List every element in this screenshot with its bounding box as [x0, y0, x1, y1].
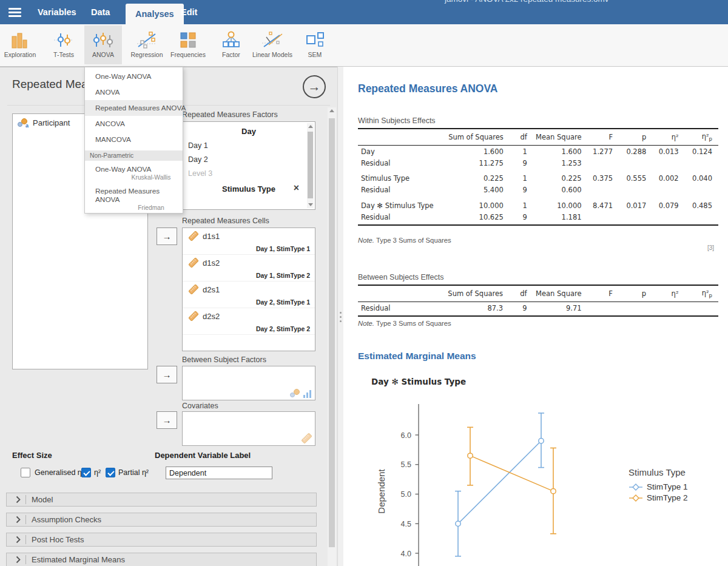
factor-name[interactable]: Stimulus Type × [183, 178, 315, 194]
rm-cell-item[interactable]: d2s2 Day 2, StimType 2 [183, 308, 315, 335]
tab-variables[interactable]: Variables [32, 0, 83, 24]
legend-entry: StimType 2 [629, 493, 688, 502]
results-panel: Repeated Measures ANOVA Within Subjects … [343, 67, 728, 566]
dependent-variable-input[interactable] [166, 467, 272, 479]
ribbon-frequencies-button[interactable]: Frequencies [169, 25, 207, 64]
section-model[interactable]: Model [6, 493, 317, 507]
checkbox-partial-eta-squared[interactable] [106, 468, 115, 477]
cell-assignment: Day 1, StimType 1 [256, 245, 310, 252]
ribbon-linear-models-button[interactable]: Linear Models [249, 25, 296, 64]
between-subjects-table: Sum of Squares df Mean Square F p η² η²p… [358, 285, 718, 317]
between-subjects-caption: Between Subjects Effects [358, 273, 444, 281]
factor-level[interactable]: Day 1 [183, 136, 315, 150]
legend-marker-icon [629, 483, 643, 491]
scroll-up-arrow[interactable] [329, 109, 334, 112]
rm-cells-label: Repeated Measures Cells [182, 217, 269, 225]
table-row: Day ✻ Stimulus Type10.000110.0008.4710.0… [358, 196, 718, 212]
regression-icon [127, 25, 166, 50]
ribbon-ttests-button[interactable]: T-Tests [44, 25, 83, 64]
menu-item-repeated-measures-anova-friedman[interactable]: Repeated Measures ANOVA Friedman [85, 186, 183, 213]
table-row: Residual87.399.71 [358, 302, 718, 316]
continuous-variable-icon [189, 285, 198, 294]
within-subjects-caption: Within Subjects Effects [358, 116, 436, 125]
scrollbar-thumb[interactable] [308, 132, 313, 198]
section-estimated-marginal-means[interactable]: Estimated Marginal Means [6, 553, 317, 566]
tab-edit[interactable]: Edit [175, 0, 203, 24]
rm-cell-item[interactable]: d2s1 Day 2, StimType 1 [183, 281, 315, 308]
section-assumption-checks[interactable]: Assumption Checks [6, 513, 317, 527]
results-title: Repeated Measures ANOVA [358, 83, 498, 95]
assign-between-arrow-button[interactable]: → [157, 366, 177, 383]
continuous-variable-icon [189, 258, 198, 268]
svg-text:Dependent: Dependent [376, 468, 386, 513]
checkbox-eta-squared[interactable] [81, 468, 91, 477]
assign-covariates-arrow-button[interactable]: → [157, 411, 177, 429]
anova-icon [84, 25, 122, 50]
rm-cell-item[interactable]: d1s1 Day 1, StimType 1 [183, 228, 315, 255]
menu-item-mancova[interactable]: MANCOVA [85, 132, 183, 147]
tab-data[interactable]: Data [85, 0, 116, 24]
section-post-hoc-tests[interactable]: Post Hoc Tests [6, 533, 317, 547]
chevron-right-icon [16, 536, 21, 544]
ordinal-type-icon [303, 390, 312, 398]
plot-legend: Stimulus Type StimType 1 StimType 2 [629, 467, 688, 504]
panel-splitter[interactable] [337, 67, 343, 566]
factor-level-placeholder[interactable]: Level 3 [183, 164, 315, 178]
scrollbar-thumb[interactable] [329, 118, 335, 547]
svg-text:6.0: 6.0 [401, 431, 411, 440]
checkbox-generalised-eta-squared[interactable] [21, 468, 30, 477]
options-panel-scrollbar[interactable] [328, 107, 336, 566]
between-factors-label: Between Subject Factors [182, 355, 266, 364]
title-menu-bar: jamovi - ANOVA 2x2 repeated measures.omv… [0, 0, 728, 24]
between-factors-box[interactable] [182, 366, 315, 400]
table-row: Residual11.27591.253 [358, 157, 718, 169]
rm-cells-box[interactable]: d1s1 Day 1, StimType 1 d1s2 Day 1, StimT… [182, 227, 315, 351]
reference-marker: [3] [707, 244, 714, 251]
ribbon-factor-button[interactable]: Factor [214, 25, 249, 64]
ribbon-anova-button[interactable]: ANOVA [84, 25, 122, 64]
ribbon-exploration-button[interactable]: Exploration [1, 25, 39, 64]
svg-text:4.5: 4.5 [401, 520, 411, 528]
sem-icon [297, 25, 333, 50]
menu-item-repeated-measures-anova[interactable]: Repeated Measures ANOVA [85, 100, 183, 116]
remove-factor-icon[interactable]: × [294, 183, 299, 194]
factor-name[interactable]: Day [183, 122, 315, 136]
emm-plot: 4.04.55.05.56.0Dependent [368, 394, 635, 566]
menu-item-ancova[interactable]: ANCOVA [85, 116, 183, 132]
hamburger-menu-icon[interactable] [8, 8, 21, 17]
svg-text:5.5: 5.5 [401, 460, 411, 469]
table-row: Day1.60011.6001.2770.2880.0130.124 [358, 146, 718, 158]
ribbon-regression-button[interactable]: Regression [127, 25, 166, 64]
covariates-box[interactable] [182, 411, 315, 446]
run-analysis-button[interactable]: → [303, 75, 326, 98]
table-row: Residual5.40090.600 [358, 184, 718, 196]
emm-plot-title: Day ✻ Stimulus Type [371, 377, 466, 386]
nominal-type-icon [290, 389, 301, 398]
nominal-variable-icon: a [18, 118, 29, 127]
effect-size-options: Generalised η² η² Partial η² [0, 468, 152, 479]
t-tests-icon [44, 25, 83, 50]
menu-item-anova[interactable]: ANOVA [85, 84, 183, 100]
cell-assignment: Day 1, StimType 2 [256, 272, 310, 279]
window-title: jamovi - ANOVA 2x2 repeated measures.omv [445, 0, 609, 4]
scroll-down-arrow[interactable] [308, 203, 313, 206]
menu-item-one-way-anova[interactable]: One-Way ANOVA [85, 69, 183, 84]
table-row: Residual10.62591.181 [358, 211, 718, 225]
rm-cell-item[interactable]: d1s2 Day 1, StimType 2 [183, 255, 315, 281]
continuous-variable-icon [189, 311, 198, 321]
exploration-icon [1, 25, 39, 50]
factors-scrollbar[interactable] [307, 123, 314, 208]
jamovi-window: jamovi - ANOVA 2x2 repeated measures.omv… [0, 0, 728, 566]
continuous-variable-icon [189, 231, 198, 241]
menu-item-one-way-anova-kruskal-wallis[interactable]: One-Way ANOVA Kruskal-Wallis [85, 164, 183, 183]
assign-cells-arrow-button[interactable]: → [157, 227, 177, 245]
legend-title: Stimulus Type [629, 467, 688, 477]
rm-factors-box[interactable]: Day Day 1 Day 2 Level 3 Stimulus Type × [182, 121, 315, 210]
factor-level[interactable]: Day 2 [183, 150, 315, 164]
continuous-type-icon [302, 433, 312, 443]
ribbon-sem-button[interactable]: SEM [297, 25, 333, 64]
covariates-label: Covariates [182, 402, 218, 410]
frequencies-icon [169, 25, 207, 50]
emm-heading: Estimated Marginal Means [358, 351, 476, 362]
scroll-up-arrow[interactable] [308, 125, 313, 128]
